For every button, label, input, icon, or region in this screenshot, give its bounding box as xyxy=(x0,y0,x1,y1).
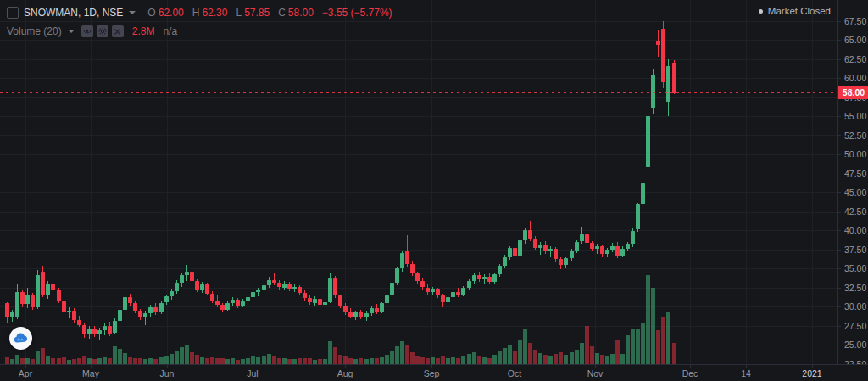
volume-bar xyxy=(646,275,650,364)
candle xyxy=(236,300,240,306)
volume-bar xyxy=(528,343,532,364)
volume-bar xyxy=(405,345,409,364)
candle xyxy=(143,313,147,318)
price-axis[interactable]: 67.5065.0062.5060.0057.5055.0052.5050.00… xyxy=(837,0,868,364)
symbol-title[interactable]: SNOWMAN, 1D, NSE xyxy=(24,7,123,19)
volume-bar xyxy=(185,345,189,364)
candle xyxy=(97,330,102,334)
price-axis-tick xyxy=(838,326,841,327)
candle xyxy=(185,272,189,276)
volume-bar xyxy=(451,357,455,364)
candle-wick xyxy=(550,246,551,258)
candle xyxy=(615,246,620,256)
volume-bar xyxy=(410,352,415,363)
volume-bar xyxy=(605,356,609,364)
volume-bar xyxy=(25,358,30,363)
volume-bar xyxy=(231,358,235,363)
trading-chart-window: – SNOWMAN, 1D, NSE O62.00 H62.30 L57.85 … xyxy=(0,0,868,381)
candle xyxy=(205,284,209,294)
chevron-down-icon[interactable] xyxy=(68,30,75,33)
time-axis[interactable]: AprMayJunJulAugSepOctNovDec142021 xyxy=(0,364,868,381)
candle xyxy=(600,246,604,254)
volume-bar xyxy=(225,359,230,363)
volume-bar xyxy=(487,358,492,364)
volume-bar xyxy=(575,350,579,364)
volume-bar xyxy=(482,357,487,364)
gridline-v xyxy=(690,0,691,364)
candle xyxy=(508,248,512,257)
volume-bar xyxy=(159,357,164,364)
price-tick-label: 65.00 xyxy=(844,35,866,45)
gridline-h xyxy=(0,345,837,345)
volume-bar xyxy=(31,359,35,363)
legend: – SNOWMAN, 1D, NSE O62.00 H62.30 L57.85 … xyxy=(7,4,392,40)
candle xyxy=(400,253,404,268)
volume-bar xyxy=(282,358,287,363)
candle xyxy=(25,295,30,305)
candle xyxy=(272,280,276,284)
visibility-eye-icon[interactable] xyxy=(81,25,93,37)
volume-bar xyxy=(10,359,14,363)
candle xyxy=(159,303,164,312)
volume-bar xyxy=(262,356,266,364)
close-icon[interactable] xyxy=(112,25,124,37)
volume-bar xyxy=(123,353,127,363)
volume-bar xyxy=(666,312,670,363)
volume-bar xyxy=(467,354,471,363)
volume-bar xyxy=(298,358,302,363)
candle xyxy=(472,275,476,281)
volume-bar xyxy=(518,340,522,364)
volume-bar xyxy=(190,352,194,364)
price-axis-tick xyxy=(838,250,841,251)
gridline-v xyxy=(515,0,515,364)
volume-bar xyxy=(492,355,497,364)
candle xyxy=(461,288,465,295)
chart-canvas[interactable]: – SNOWMAN, 1D, NSE O62.00 H62.30 L57.85 … xyxy=(0,0,837,364)
candle xyxy=(153,307,158,312)
volume-bar xyxy=(641,323,645,363)
settings-gear-icon[interactable] xyxy=(97,25,108,37)
price-tick-label: 45.00 xyxy=(844,187,866,197)
volume-bar xyxy=(82,356,86,364)
candle xyxy=(67,311,71,313)
gridline-h xyxy=(0,174,837,174)
close-label: C xyxy=(278,7,286,19)
candle-wick xyxy=(597,244,598,254)
volume-bar xyxy=(359,358,363,363)
volume-bar xyxy=(220,358,225,364)
volume-bar xyxy=(170,354,174,363)
candle xyxy=(666,66,670,102)
price-tick-label: 47.50 xyxy=(844,168,866,179)
candle xyxy=(308,298,312,302)
volume-ma-value: n/a xyxy=(163,25,177,37)
candle xyxy=(564,258,568,265)
symbol-logo xyxy=(9,327,32,350)
volume-bar xyxy=(631,329,635,364)
volume-bar xyxy=(559,352,563,364)
chevron-down-icon[interactable] xyxy=(129,11,136,14)
gridline-h xyxy=(0,250,837,251)
high-label: H xyxy=(192,7,200,19)
low-label: L xyxy=(236,7,242,19)
legend-collapse-icon[interactable]: – xyxy=(7,7,19,19)
volume-bar xyxy=(57,358,61,364)
volume-bar xyxy=(133,358,137,364)
volume-bar xyxy=(390,351,394,364)
candle xyxy=(641,183,645,204)
volume-bar xyxy=(164,356,169,364)
gridline-h xyxy=(0,97,837,98)
volume-bar xyxy=(400,341,404,363)
candle xyxy=(62,301,66,313)
volume-bar xyxy=(51,358,55,363)
symbol-row[interactable]: – SNOWMAN, 1D, NSE O62.00 H62.30 L57.85 … xyxy=(7,4,392,21)
candle xyxy=(595,246,599,250)
volume-bar xyxy=(538,353,542,363)
candle xyxy=(446,297,450,301)
volume-bar xyxy=(498,351,502,364)
candle xyxy=(92,329,97,334)
candle xyxy=(343,306,348,312)
candle xyxy=(533,239,537,248)
price-axis-tick xyxy=(838,116,841,117)
candle xyxy=(503,257,507,267)
indicator-title[interactable]: Volume (20) xyxy=(7,25,62,37)
